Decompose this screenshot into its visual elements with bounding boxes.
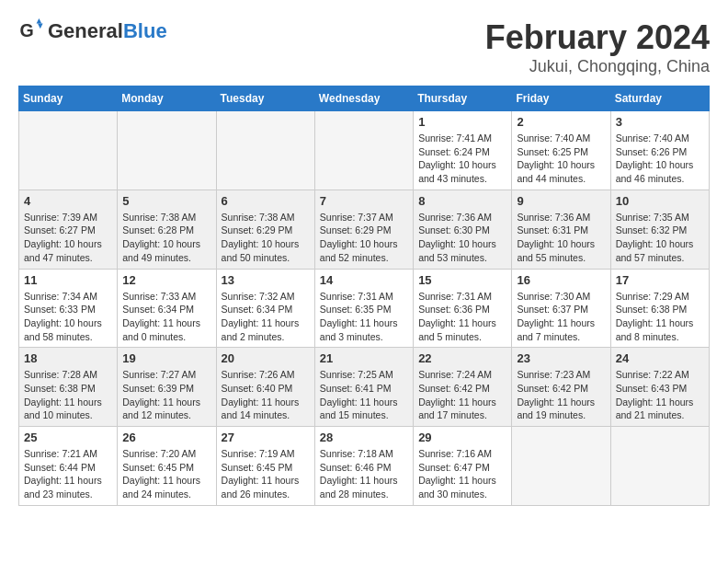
calendar-cell: 3Sunrise: 7:40 AM Sunset: 6:26 PM Daylig… xyxy=(610,111,709,190)
calendar-cell: 16Sunrise: 7:30 AM Sunset: 6:37 PM Dayli… xyxy=(512,269,610,348)
calendar-cell: 10Sunrise: 7:35 AM Sunset: 6:32 PM Dayli… xyxy=(610,190,709,269)
day-detail: Sunrise: 7:25 AM Sunset: 6:41 PM Dayligh… xyxy=(320,368,408,422)
day-detail: Sunrise: 7:31 AM Sunset: 6:35 PM Dayligh… xyxy=(320,290,408,344)
day-number: 20 xyxy=(222,351,310,365)
day-number: 10 xyxy=(616,194,704,208)
day-number: 29 xyxy=(418,431,506,444)
calendar-cell: 2Sunrise: 7:40 AM Sunset: 6:25 PM Daylig… xyxy=(512,111,610,190)
calendar-cell: 11Sunrise: 7:34 AM Sunset: 6:33 PM Dayli… xyxy=(19,269,118,348)
month-title: February 2024 xyxy=(485,18,710,57)
day-detail: Sunrise: 7:33 AM Sunset: 6:34 PM Dayligh… xyxy=(122,290,210,344)
day-detail: Sunrise: 7:40 AM Sunset: 6:25 PM Dayligh… xyxy=(517,132,605,186)
day-number: 6 xyxy=(222,194,310,208)
calendar-cell: 22Sunrise: 7:24 AM Sunset: 6:42 PM Dayli… xyxy=(414,348,512,427)
calendar-week-row: 25Sunrise: 7:21 AM Sunset: 6:44 PM Dayli… xyxy=(19,427,710,506)
day-number: 19 xyxy=(122,351,210,365)
location-title: Jukui, Chongqing, China xyxy=(485,57,710,76)
day-detail: Sunrise: 7:26 AM Sunset: 6:40 PM Dayligh… xyxy=(222,368,310,422)
logo-icon: G xyxy=(18,18,44,44)
day-number: 21 xyxy=(320,351,408,365)
calendar-cell: 4Sunrise: 7:39 AM Sunset: 6:27 PM Daylig… xyxy=(19,190,118,269)
day-of-week-header: Thursday xyxy=(414,86,512,111)
calendar-cell: 5Sunrise: 7:38 AM Sunset: 6:28 PM Daylig… xyxy=(118,190,216,269)
logo-blue: Blue xyxy=(123,19,167,42)
day-detail: Sunrise: 7:23 AM Sunset: 6:42 PM Dayligh… xyxy=(517,368,605,422)
calendar-cell: 14Sunrise: 7:31 AM Sunset: 6:35 PM Dayli… xyxy=(314,269,413,348)
day-number: 11 xyxy=(24,273,112,287)
day-detail: Sunrise: 7:35 AM Sunset: 6:32 PM Dayligh… xyxy=(616,211,704,265)
calendar-cell: 8Sunrise: 7:36 AM Sunset: 6:30 PM Daylig… xyxy=(414,190,512,269)
day-number: 8 xyxy=(418,194,506,208)
day-number: 14 xyxy=(320,273,408,287)
day-number: 1 xyxy=(418,115,506,129)
day-detail: Sunrise: 7:30 AM Sunset: 6:37 PM Dayligh… xyxy=(517,290,605,344)
calendar-cell xyxy=(610,427,709,506)
svg-text:G: G xyxy=(19,20,33,40)
calendar-cell: 27Sunrise: 7:19 AM Sunset: 6:45 PM Dayli… xyxy=(216,427,314,506)
day-number: 12 xyxy=(122,273,210,287)
day-detail: Sunrise: 7:38 AM Sunset: 6:28 PM Dayligh… xyxy=(122,211,210,265)
calendar-week-row: 11Sunrise: 7:34 AM Sunset: 6:33 PM Dayli… xyxy=(19,269,710,348)
day-detail: Sunrise: 7:18 AM Sunset: 6:46 PM Dayligh… xyxy=(320,447,408,501)
calendar-cell xyxy=(19,111,118,190)
day-detail: Sunrise: 7:37 AM Sunset: 6:29 PM Dayligh… xyxy=(320,211,408,265)
calendar-cell: 23Sunrise: 7:23 AM Sunset: 6:42 PM Dayli… xyxy=(512,348,610,427)
day-detail: Sunrise: 7:41 AM Sunset: 6:24 PM Dayligh… xyxy=(418,132,506,186)
calendar-cell: 17Sunrise: 7:29 AM Sunset: 6:38 PM Dayli… xyxy=(610,269,709,348)
calendar-cell: 29Sunrise: 7:16 AM Sunset: 6:47 PM Dayli… xyxy=(414,427,512,506)
day-detail: Sunrise: 7:31 AM Sunset: 6:36 PM Dayligh… xyxy=(418,290,506,344)
calendar-cell: 28Sunrise: 7:18 AM Sunset: 6:46 PM Dayli… xyxy=(314,427,413,506)
day-detail: Sunrise: 7:29 AM Sunset: 6:38 PM Dayligh… xyxy=(616,290,704,344)
calendar-cell: 21Sunrise: 7:25 AM Sunset: 6:41 PM Dayli… xyxy=(314,348,413,427)
calendar-cell: 6Sunrise: 7:38 AM Sunset: 6:29 PM Daylig… xyxy=(216,190,314,269)
calendar-cell: 26Sunrise: 7:20 AM Sunset: 6:45 PM Dayli… xyxy=(118,427,216,506)
calendar-header-row: SundayMondayTuesdayWednesdayThursdayFrid… xyxy=(19,86,710,111)
day-number: 26 xyxy=(122,431,210,444)
calendar-cell: 9Sunrise: 7:36 AM Sunset: 6:31 PM Daylig… xyxy=(512,190,610,269)
day-detail: Sunrise: 7:38 AM Sunset: 6:29 PM Dayligh… xyxy=(222,211,310,265)
calendar-week-row: 4Sunrise: 7:39 AM Sunset: 6:27 PM Daylig… xyxy=(19,190,710,269)
day-number: 7 xyxy=(320,194,408,208)
day-number: 17 xyxy=(616,273,704,287)
day-of-week-header: Saturday xyxy=(610,86,709,111)
day-detail: Sunrise: 7:32 AM Sunset: 6:34 PM Dayligh… xyxy=(222,290,310,344)
calendar-cell: 1Sunrise: 7:41 AM Sunset: 6:24 PM Daylig… xyxy=(414,111,512,190)
day-of-week-header: Monday xyxy=(118,86,216,111)
day-of-week-header: Sunday xyxy=(19,86,118,111)
day-number: 27 xyxy=(222,431,310,444)
day-number: 16 xyxy=(517,273,605,287)
day-detail: Sunrise: 7:27 AM Sunset: 6:39 PM Dayligh… xyxy=(122,368,210,422)
day-detail: Sunrise: 7:36 AM Sunset: 6:30 PM Dayligh… xyxy=(418,211,506,265)
day-detail: Sunrise: 7:16 AM Sunset: 6:47 PM Dayligh… xyxy=(418,447,506,501)
day-of-week-header: Tuesday xyxy=(216,86,314,111)
calendar-week-row: 1Sunrise: 7:41 AM Sunset: 6:24 PM Daylig… xyxy=(19,111,710,190)
day-detail: Sunrise: 7:40 AM Sunset: 6:26 PM Dayligh… xyxy=(616,132,704,186)
calendar-cell: 15Sunrise: 7:31 AM Sunset: 6:36 PM Dayli… xyxy=(414,269,512,348)
day-number: 23 xyxy=(517,351,605,365)
day-detail: Sunrise: 7:19 AM Sunset: 6:45 PM Dayligh… xyxy=(222,447,310,501)
calendar-cell: 20Sunrise: 7:26 AM Sunset: 6:40 PM Dayli… xyxy=(216,348,314,427)
calendar-table: SundayMondayTuesdayWednesdayThursdayFrid… xyxy=(18,86,710,506)
calendar-cell xyxy=(314,111,413,190)
day-number: 22 xyxy=(418,351,506,365)
day-detail: Sunrise: 7:20 AM Sunset: 6:45 PM Dayligh… xyxy=(122,447,210,501)
day-number: 3 xyxy=(616,115,704,129)
logo-text: GeneralBlue xyxy=(48,19,167,43)
day-detail: Sunrise: 7:21 AM Sunset: 6:44 PM Dayligh… xyxy=(24,447,112,501)
calendar-cell: 18Sunrise: 7:28 AM Sunset: 6:38 PM Dayli… xyxy=(19,348,118,427)
day-number: 18 xyxy=(24,351,112,365)
day-number: 13 xyxy=(222,273,310,287)
day-detail: Sunrise: 7:36 AM Sunset: 6:31 PM Dayligh… xyxy=(517,211,605,265)
logo-general: General xyxy=(48,19,123,42)
day-detail: Sunrise: 7:39 AM Sunset: 6:27 PM Dayligh… xyxy=(24,211,112,265)
logo: G GeneralBlue xyxy=(18,18,167,44)
day-number: 28 xyxy=(320,431,408,444)
day-number: 9 xyxy=(517,194,605,208)
calendar-cell: 19Sunrise: 7:27 AM Sunset: 6:39 PM Dayli… xyxy=(118,348,216,427)
title-block: February 2024 Jukui, Chongqing, China xyxy=(485,18,710,76)
day-detail: Sunrise: 7:34 AM Sunset: 6:33 PM Dayligh… xyxy=(24,290,112,344)
calendar-week-row: 18Sunrise: 7:28 AM Sunset: 6:38 PM Dayli… xyxy=(19,348,710,427)
calendar-cell: 12Sunrise: 7:33 AM Sunset: 6:34 PM Dayli… xyxy=(118,269,216,348)
day-number: 4 xyxy=(24,194,112,208)
calendar-cell: 13Sunrise: 7:32 AM Sunset: 6:34 PM Dayli… xyxy=(216,269,314,348)
